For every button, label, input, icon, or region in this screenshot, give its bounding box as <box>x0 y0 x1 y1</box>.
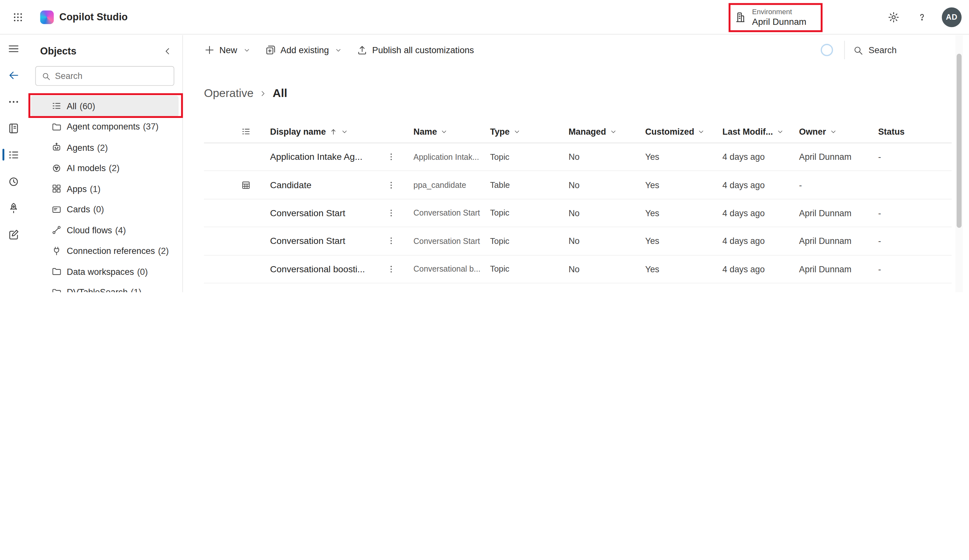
main-area: New Add existing Publish all customizati… <box>183 35 955 292</box>
row-menu-button[interactable] <box>385 263 397 275</box>
cell-type: Topic <box>490 208 568 218</box>
topbar-right: AD <box>881 5 969 29</box>
objects-panel: Objects All(60)Agent components(37)Agent… <box>27 35 183 292</box>
column-header-owner[interactable]: Owner <box>799 126 878 136</box>
sidebar-item-all[interactable]: All(60) <box>31 96 178 116</box>
publish-all-button[interactable]: Publish all customizations <box>352 40 479 60</box>
rail-more-button[interactable] <box>0 88 27 115</box>
sidebar-search-input[interactable] <box>55 71 168 81</box>
row-menu-button[interactable] <box>385 207 397 219</box>
row-type-column-header[interactable] <box>204 126 270 136</box>
chevron-down-icon[interactable] <box>341 128 348 135</box>
sidebar-item-label: Connection references <box>67 246 155 256</box>
chevron-down-icon[interactable] <box>513 128 520 135</box>
cell-managed: No <box>569 236 645 246</box>
chevron-down-icon[interactable] <box>830 128 836 135</box>
flow-icon <box>51 225 62 236</box>
list-icon <box>7 148 20 161</box>
scrollbar-thumb[interactable] <box>957 54 962 228</box>
vertical-scrollbar[interactable] <box>956 35 963 292</box>
breadcrumb-current: All <box>273 86 287 100</box>
settings-button[interactable] <box>881 5 906 29</box>
sidebar-item-agent-components[interactable]: Agent components(37) <box>31 116 178 137</box>
chevron-down-icon[interactable] <box>441 128 448 135</box>
row-menu-button[interactable] <box>385 179 397 191</box>
row-menu-button[interactable] <box>385 151 397 163</box>
cell-customized: Yes <box>645 208 723 218</box>
arrow-left-icon <box>7 69 20 81</box>
cell-customized: Yes <box>645 264 723 274</box>
content-area: Operative All Display nameNameTypeManage… <box>183 65 955 292</box>
add-existing-button[interactable]: Add existing <box>260 40 347 60</box>
sidebar-item-apps[interactable]: Apps(1) <box>31 178 178 199</box>
table-row-conversation-start[interactable]: Conversation StartConversation StartTopi… <box>204 227 952 255</box>
table-row-application-intake-ag[interactable]: Application Intake Ag...Application Inta… <box>204 143 952 171</box>
new-button[interactable]: New <box>199 40 255 60</box>
publish-icon <box>357 45 368 55</box>
objects-table: Display nameNameTypeManagedCustomizedLas… <box>204 121 952 292</box>
sidebar-item-dvtablesearch[interactable]: DVTableSearch(1) <box>31 282 178 292</box>
table-row-candidate[interactable]: Candidateppa_candidateTableNoYes4 days a… <box>204 171 952 199</box>
rail-menu-button[interactable] <box>0 35 27 61</box>
sidebar-item-cards[interactable]: Cards(0) <box>31 199 178 220</box>
environment-picker[interactable]: Environment April Dunnam <box>731 3 822 32</box>
column-header-status[interactable]: Status <box>878 126 952 136</box>
column-header-name[interactable]: Name <box>414 126 490 136</box>
avatar[interactable]: AD <box>942 7 962 27</box>
cell-type: Topic <box>490 153 568 162</box>
sidebar-item-label: Apps <box>67 184 87 194</box>
cell-status: - <box>878 152 952 162</box>
table-row-conversation-start[interactable]: Conversation StartConversation StartTopi… <box>204 199 952 228</box>
command-bar-right: Search <box>821 35 956 65</box>
cell-name: Conversational b... <box>414 264 490 274</box>
row-type-cell <box>204 180 270 190</box>
sidebar-item-count: (2) <box>109 163 120 173</box>
chevron-down-icon[interactable] <box>698 128 705 135</box>
rail-objects-button[interactable] <box>0 141 27 168</box>
rail-deploy-button[interactable] <box>0 194 27 221</box>
table-row-conversational-boosti[interactable]: Conversational boosti...Conversational b… <box>204 255 952 283</box>
column-header-display-name[interactable]: Display name <box>270 126 414 136</box>
rail-edit-button[interactable] <box>0 221 27 248</box>
sidebar-item-connection-references[interactable]: Connection references(2) <box>31 240 178 261</box>
breadcrumb: Operative All <box>204 86 956 100</box>
breadcrumb-parent[interactable]: Operative <box>204 86 254 100</box>
search-button[interactable]: Search <box>853 45 896 55</box>
help-button[interactable] <box>910 5 934 29</box>
sidebar-item-count: (2) <box>97 143 108 153</box>
sidebar-item-data-workspaces[interactable]: Data workspaces(0) <box>31 261 178 282</box>
app-launcher-button[interactable] <box>5 5 30 29</box>
table-row-conversational-boosti[interactable]: Conversational boosti...Conversational b… <box>204 283 952 292</box>
folder-icon <box>51 121 62 132</box>
row-menu-button[interactable] <box>385 235 397 247</box>
cell-display-name: Candidate <box>270 179 414 191</box>
cell-display-name: Conversational boosti... <box>270 291 414 292</box>
column-label: Name <box>414 126 437 136</box>
sidebar-item-cloud-flows[interactable]: Cloud flows(4) <box>31 220 178 240</box>
rail-pages-button[interactable] <box>0 115 27 141</box>
chevron-down-icon[interactable] <box>610 128 617 135</box>
more-vertical-icon <box>386 236 396 246</box>
row-menu-button[interactable] <box>385 291 397 292</box>
rail-history-button[interactable] <box>0 168 27 194</box>
card-icon <box>51 204 62 215</box>
column-header-managed[interactable]: Managed <box>569 126 645 136</box>
more-horizontal-icon <box>7 95 20 108</box>
chevron-left-icon <box>163 47 173 56</box>
column-header-type[interactable]: Type <box>490 126 568 136</box>
collapse-panel-button[interactable] <box>161 45 173 57</box>
plug-icon <box>51 246 62 256</box>
cell-managed: No <box>569 152 645 162</box>
rail-back-button[interactable] <box>0 62 27 88</box>
waffle-icon <box>12 11 23 22</box>
sidebar-item-label: DVTableSearch <box>67 287 128 292</box>
chevron-down-icon[interactable] <box>777 128 783 135</box>
list-icon <box>51 101 62 111</box>
sidebar-item-ai-models[interactable]: AI models(2) <box>31 158 178 178</box>
more-vertical-icon <box>386 180 396 190</box>
cell-last-modified: 4 days ago <box>723 152 799 162</box>
column-header-last-modif[interactable]: Last Modif... <box>723 126 799 136</box>
column-header-customized[interactable]: Customized <box>645 126 723 136</box>
cell-customized: Yes <box>645 152 723 162</box>
sidebar-item-agents[interactable]: Agents(2) <box>31 137 178 158</box>
